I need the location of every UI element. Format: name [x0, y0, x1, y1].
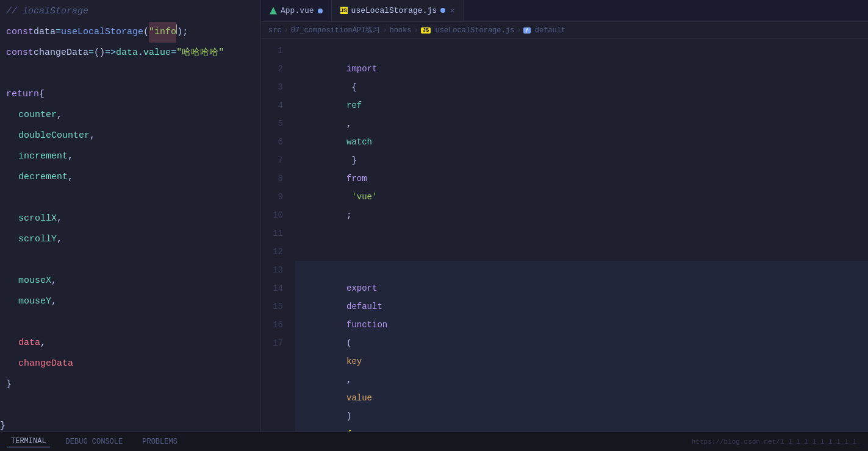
- kw-default: default: [346, 302, 387, 311]
- terminal-tab[interactable]: TERMINAL: [7, 436, 50, 447]
- arrow-fn: (): [94, 43, 105, 63]
- breadcrumb-sep1: ›: [284, 26, 289, 35]
- left-line-data: data ,: [0, 333, 260, 353]
- problems-tab[interactable]: PROBLEMS: [138, 436, 181, 447]
- left-line-brace-close: }: [0, 374, 260, 395]
- tab-useLocalStorage-label: useLocalStorage.js: [351, 6, 437, 15]
- prop-counter: counter: [18, 105, 57, 126]
- value-prop: value: [143, 43, 171, 63]
- ln-2: 2: [261, 60, 283, 78]
- code-lines: import { ref , watch } from 'vue' ; expo…: [289, 39, 868, 431]
- editor-container: // localStorage const data = useLocalSto…: [0, 0, 868, 431]
- left-line-const-data: const data = useLocalStorage ( "info );: [0, 22, 260, 43]
- left-line-empty1: [0, 63, 260, 84]
- prop-increment: increment: [18, 146, 68, 167]
- prop-mouseX: mouseX: [18, 271, 51, 291]
- code-line-1: import { ref , watch } from 'vue' ;: [295, 41, 868, 243]
- ln-3: 3: [261, 78, 283, 96]
- pu-brace2: }: [346, 155, 362, 165]
- left-line-scrollY: scrollY ,: [0, 229, 260, 250]
- ln-7: 7: [261, 151, 283, 169]
- comma2: ,: [90, 126, 95, 146]
- ln-15: 15: [261, 297, 283, 316]
- arrow: =>: [105, 43, 116, 63]
- left-line-mouseX: mouseX ,: [0, 271, 260, 291]
- left-panel: // localStorage const data = useLocalSto…: [0, 0, 261, 431]
- left-line-empty4: [0, 312, 260, 333]
- comma7: ,: [51, 271, 57, 291]
- left-line-empty2: [0, 188, 260, 208]
- outer-brace-close: }: [0, 416, 5, 431]
- js-icon: JS: [340, 7, 348, 14]
- comma-ref: ,: [346, 119, 357, 129]
- ln-9: 9: [261, 188, 283, 206]
- prop-scrollX: scrollX: [18, 208, 57, 229]
- op-eq: =: [56, 22, 61, 43]
- breadcrumb: src › 07_compositionAPI练习 › hooks › JS u…: [261, 22, 868, 39]
- ref-kw: ref: [346, 101, 362, 110]
- left-line-changedata: const changeData = () => data . value = …: [0, 43, 260, 63]
- bottom-url: https://blog.csdn.net/l_l_l_l_l_l_l_l_l_…: [692, 438, 861, 446]
- left-line-changedata2: changeData: [0, 353, 260, 374]
- tab-app-vue[interactable]: App.vue: [261, 0, 332, 21]
- ln-14: 14: [261, 279, 283, 297]
- brace-open: {: [39, 84, 45, 105]
- paren-close: );: [177, 22, 188, 43]
- string-haha: "哈哈哈哈": [176, 43, 224, 63]
- keyword-return: return: [6, 84, 39, 105]
- string-info: ": [149, 22, 154, 43]
- left-line-empty3: [0, 250, 260, 271]
- left-line-counter: counter ,: [0, 105, 260, 126]
- comma8: ,: [51, 291, 57, 312]
- breadcrumb-js-badge: JS: [421, 27, 431, 34]
- prop-mouseY: mouseY: [18, 291, 51, 312]
- left-line-return: return {: [0, 84, 260, 105]
- left-line-scrollX: scrollX ,: [0, 208, 260, 229]
- ln-16: 16: [261, 316, 283, 334]
- ln-11: 11: [261, 224, 283, 243]
- breadcrumb-sep2: ›: [382, 26, 387, 35]
- ln-6: 6: [261, 133, 283, 151]
- left-line-empty5: [0, 395, 260, 416]
- comma5: ,: [57, 208, 62, 229]
- tab-close-icon[interactable]: ✕: [450, 6, 454, 15]
- kw-from: from: [346, 174, 367, 183]
- left-line-comment: // localStorage: [0, 1, 260, 22]
- ln-10: 10: [261, 206, 283, 224]
- breadcrumb-default: default: [535, 26, 565, 35]
- comma3: ,: [68, 146, 73, 167]
- keyword-const2: const: [6, 43, 34, 63]
- tab-useLocalStorage[interactable]: JS useLocalStorage.js ✕: [332, 0, 464, 21]
- left-line-doubleCounter: doubleCounter ,: [0, 126, 260, 146]
- kw-import: import: [346, 64, 377, 74]
- left-line-decrement: decrement ,: [0, 167, 260, 188]
- paren-fn2: ): [346, 411, 357, 421]
- prop-scrollY: scrollY: [18, 229, 57, 250]
- ln-13: 13: [261, 261, 283, 279]
- param-value: value: [346, 393, 372, 403]
- prop-changeData: changeData: [18, 353, 73, 374]
- debug-console-tab[interactable]: DEBUG CONSOLE: [62, 436, 127, 447]
- op-eq2: =: [88, 43, 94, 63]
- comma1: ,: [57, 105, 62, 126]
- breadcrumb-func-badge: ƒ: [523, 27, 530, 34]
- var-data: data: [34, 22, 56, 43]
- semi1: ;: [346, 210, 351, 220]
- comma6: ,: [57, 229, 62, 250]
- param-key: key: [346, 357, 362, 366]
- pu-brace1: {: [346, 82, 362, 92]
- prop-decrement: decrement: [18, 167, 68, 188]
- ln-4: 4: [261, 96, 283, 115]
- left-panel-code: // localStorage const data = useLocalSto…: [0, 0, 260, 431]
- ln-1: 1: [261, 41, 283, 60]
- paren-fn1: (: [346, 338, 351, 348]
- str-vue: 'vue': [346, 192, 377, 202]
- brace-close: }: [6, 374, 12, 395]
- bottom-bar: TERMINAL DEBUG CONSOLE PROBLEMS https://…: [0, 431, 868, 451]
- kw-function: function: [346, 320, 387, 330]
- left-line-outer-brace: }: [0, 416, 260, 431]
- watch-kw: watch: [346, 137, 372, 147]
- prop-data: data: [18, 333, 40, 353]
- breadcrumb-hooks: hooks: [389, 26, 411, 35]
- data-prop: data: [116, 43, 138, 63]
